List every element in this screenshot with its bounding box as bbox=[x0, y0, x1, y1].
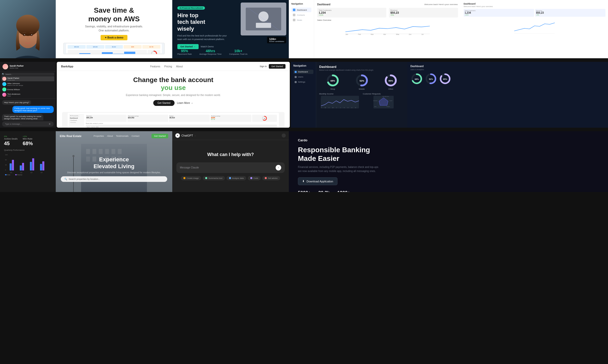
edge-metric-revenue: Revenue $50,23 +5% bbox=[535, 9, 605, 17]
download-application-button[interactable]: ⬇ Download Application bbox=[298, 177, 337, 185]
woman-silhouette-svg bbox=[0, 0, 56, 58]
svg-text:Q4: Q4 bbox=[41, 172, 43, 173]
chat-messages-area: Hey! How's your day going? Pretty good! … bbox=[0, 99, 56, 120]
svg-point-4 bbox=[16, 15, 40, 36]
dark-nav-settings[interactable]: Settings bbox=[293, 80, 313, 84]
overview-metric-1: Overview $50,104 bbox=[86, 115, 127, 122]
chat-contact-item-mike[interactable]: Mike Johnson Build on the dev design bbox=[2, 82, 54, 87]
re-nav-contact[interactable]: Contact bbox=[131, 135, 139, 137]
chatgpt-submit-button[interactable]: ↑ bbox=[276, 165, 281, 170]
quarterly-bar-chart: 100 50 25 0 Q1 Q2 Q3 Q4 bbox=[4, 153, 52, 176]
nav-item-deals[interactable]: Deals bbox=[291, 18, 311, 22]
realestate-search-bar[interactable]: 🔍 Search properties by location... bbox=[61, 176, 167, 182]
get-started-button[interactable]: Get Started → bbox=[177, 44, 199, 49]
bankapp-get-started-button[interactable]: Get Started bbox=[269, 64, 286, 69]
chat-contact-item-tom[interactable]: Tom Anderson Build bbox=[2, 92, 54, 97]
bankapp-mini-dashboard: All Accounts ↓ Dashboard • Dashboard • A… bbox=[68, 113, 279, 128]
svg-text:25: 25 bbox=[5, 164, 7, 166]
row-2: Sarah Parker Active now 🔍 Search... bbox=[0, 62, 608, 128]
contact-avatar-tom bbox=[2, 93, 6, 97]
svg-text:May: May bbox=[396, 33, 399, 35]
svg-text:50: 50 bbox=[5, 159, 7, 161]
ai-badge: AI-Powered Recruitment bbox=[177, 6, 205, 10]
svg-text:68%: 68% bbox=[330, 80, 335, 82]
svg-text:52%: 52% bbox=[429, 78, 433, 80]
dark-nav-users[interactable]: Users bbox=[293, 75, 313, 79]
realestate-subtitle: Discover exceptional properties and sust… bbox=[61, 171, 167, 174]
search-icon: 🔍 bbox=[64, 178, 67, 180]
re-nav-about[interactable]: About bbox=[107, 135, 113, 137]
svg-rect-75 bbox=[32, 158, 34, 170]
chat-full-layout: Sarah Parker Active now 🔍 Search... bbox=[0, 62, 56, 128]
chatgpt-action-summarise[interactable]: Summarise text bbox=[203, 176, 225, 180]
dark-dashboard-circles: 68% Shop 52% Mobile bbox=[319, 73, 404, 90]
dark-nav-dashboard[interactable]: Dashboard bbox=[293, 70, 313, 74]
dashboard-header: Dashboard Welcome back! Here's your over… bbox=[317, 3, 458, 6]
svg-rect-76 bbox=[40, 164, 42, 170]
cardo-stat-reviews: 1200+ Reviews bbox=[337, 190, 350, 192]
dark-dashboard-card: Navigation Dashboard Users Settings Dash… bbox=[291, 62, 407, 128]
chatgpt-close-button[interactable] bbox=[282, 133, 286, 138]
monthly-income-section: Monthly Income F M A M J J A S bbox=[319, 93, 361, 109]
nav-item-contacts[interactable]: Contacts bbox=[291, 13, 311, 17]
advice-icon bbox=[265, 177, 267, 179]
create-image-icon bbox=[183, 177, 185, 179]
dashboard-nav-icon bbox=[295, 71, 297, 73]
chat-contact-item-sarah[interactable]: Sarah Parker Active now bbox=[2, 76, 54, 81]
svg-rect-74 bbox=[30, 162, 32, 170]
svg-text:South: South bbox=[390, 100, 392, 101]
realestate-cta-button[interactable]: Get Started bbox=[151, 134, 168, 138]
svg-text:68%: 68% bbox=[415, 78, 419, 80]
chat-contact-item-emma[interactable]: Emma Wilson bbox=[2, 87, 54, 92]
svg-text:O: O bbox=[351, 107, 352, 108]
svg-text:10: 10 bbox=[264, 118, 265, 119]
contact-info-mike: Mike Johnson Build on the dev design bbox=[7, 82, 23, 86]
svg-point-7 bbox=[24, 34, 25, 35]
woman-photo-card bbox=[0, 0, 56, 58]
dashboard-nav-title: Navigation bbox=[291, 3, 311, 5]
edge-donut-2: 52% bbox=[425, 72, 437, 85]
settings-nav-icon bbox=[295, 81, 297, 83]
analyse-icon bbox=[229, 177, 231, 179]
sales-top-metrics: 0% Active Deals 45 +2% Win Rate 68% bbox=[4, 135, 52, 146]
chat-contact-list: 🔍 Search... Sarah Parker Active now bbox=[0, 72, 56, 99]
chat-input-area[interactable]: Type a message... ✈ bbox=[2, 121, 54, 127]
users-nav-icon bbox=[295, 76, 297, 78]
contact-avatar-emma bbox=[2, 87, 6, 91]
bankapp-learn-more-button[interactable]: Learn More → bbox=[177, 100, 193, 106]
stat-placement-rate: 95% Placement Rate bbox=[177, 49, 192, 55]
aws-subtitle: Savings, visibility, and infrastructure … bbox=[85, 25, 143, 32]
svg-text:Apr: Apr bbox=[383, 33, 386, 35]
svg-text:Deals: Deals bbox=[7, 174, 10, 176]
bankapp-cta-button[interactable]: Get Started bbox=[153, 100, 174, 106]
svg-text:N: N bbox=[355, 107, 356, 108]
recruitment-btns: Get Started → Watch Demo bbox=[177, 44, 284, 49]
aws-book-demo-button[interactable]: ✦ Book a demo bbox=[101, 35, 127, 40]
chatgpt-action-analyse[interactable]: Analyse data bbox=[226, 176, 246, 180]
nav-item-dashboard[interactable]: Dashboard bbox=[291, 8, 311, 12]
chatgpt-action-code[interactable]: Code bbox=[248, 176, 261, 180]
watch-demo-button[interactable]: Watch Demo bbox=[201, 45, 214, 48]
cardo-stat-downloads: 30.3k Download bbox=[318, 190, 330, 192]
re-nav-properties[interactable]: Properties bbox=[93, 135, 104, 137]
svg-text:F: F bbox=[321, 107, 322, 108]
chatgpt-action-advice[interactable]: Get advice bbox=[262, 176, 280, 180]
edge-right-card: Dashboard Welcome back! Here's your over… bbox=[461, 0, 608, 58]
nav-link-pricing[interactable]: Pricing bbox=[164, 65, 172, 68]
chatgpt-action-create-image[interactable]: Create image bbox=[181, 176, 201, 180]
bankapp-card: BankApp Features Pricing About Sign In G… bbox=[57, 62, 290, 128]
nav-link-about[interactable]: About bbox=[176, 65, 183, 68]
chat-contact-status: Active now bbox=[10, 67, 24, 69]
other-donut-chart: 85% bbox=[384, 73, 398, 87]
chatgpt-input-box[interactable]: Message Claude ↑ bbox=[176, 162, 285, 173]
nav-link-features[interactable]: Features bbox=[150, 65, 160, 68]
chatgpt-main-area: What can I help with? Message Claude ↑ C… bbox=[172, 140, 289, 192]
shop-donut-chart: 68% bbox=[326, 73, 340, 87]
bankapp-signin-link[interactable]: Sign In bbox=[260, 65, 267, 68]
svg-text:Mar: Mar bbox=[371, 33, 374, 35]
bankapp-hero-buttons: Get Started Learn More → bbox=[65, 100, 282, 106]
chat-search-bar[interactable]: 🔍 Search... bbox=[2, 73, 54, 76]
re-nav-testimonials[interactable]: Testimonials bbox=[116, 135, 129, 137]
realestate-nav-links: Properties About Testimonials Contact bbox=[93, 135, 139, 137]
svg-rect-14 bbox=[256, 23, 271, 28]
